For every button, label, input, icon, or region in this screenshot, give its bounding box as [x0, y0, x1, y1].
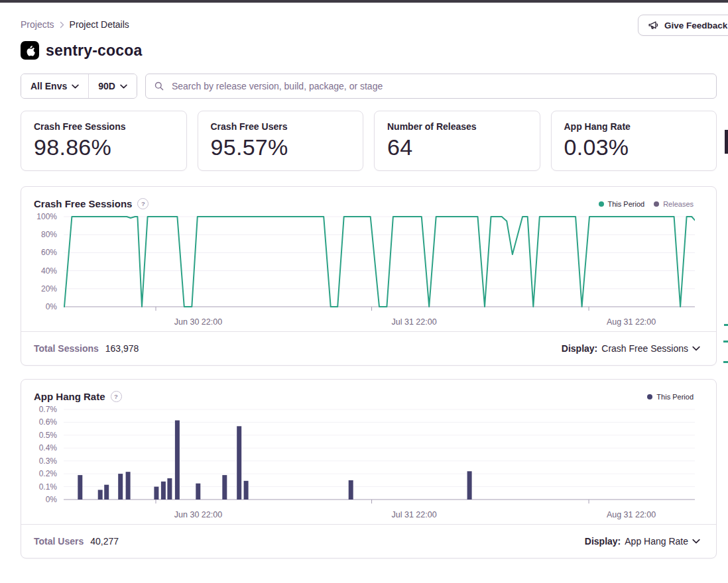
panel-title: App Hang Rate — [34, 391, 105, 402]
crash-free-sessions-panel: Crash Free Sessions ? This Period Releas… — [21, 186, 717, 366]
clipped-content-fragment — [725, 130, 728, 154]
bar-series-bar — [98, 490, 103, 500]
breadcrumb: Projects Project Details — [21, 19, 129, 30]
megaphone-icon — [648, 20, 659, 31]
panel-footer: Total Users 40,277 Display: App Hang Rat… — [21, 524, 716, 558]
breadcrumb-current-page: Project Details — [70, 19, 129, 30]
stat-card-app-hang-rate: App Hang Rate 0.03% — [551, 111, 717, 171]
bar-series-bar — [222, 475, 227, 500]
bar-series-bar — [467, 471, 472, 500]
y-tick-label: 0.2% — [39, 468, 57, 479]
bar-series-bar — [126, 472, 131, 500]
stats-row: Crash Free Sessions 98.86% Crash Free Us… — [21, 111, 717, 171]
bar-series-bar — [237, 426, 241, 500]
x-axis: Jun 30 22:00Jul 31 22:00Aug 31 22:00 — [64, 506, 716, 524]
legend-dot — [654, 201, 659, 207]
bar-series-bar — [104, 485, 109, 500]
legend-label: Releases — [663, 200, 694, 208]
bar-series-bar — [154, 487, 158, 500]
breadcrumb-projects-link[interactable]: Projects — [21, 19, 54, 30]
total-users-label: Total Users — [34, 536, 84, 547]
stat-card-crash-free-users: Crash Free Users 95.57% — [198, 111, 364, 171]
help-icon[interactable]: ? — [111, 391, 122, 402]
search-icon — [154, 81, 164, 91]
chevron-down-icon — [692, 539, 700, 544]
y-tick-label: 0% — [46, 301, 57, 312]
chevron-right-icon — [60, 21, 64, 28]
environment-selector[interactable]: All Envs — [21, 74, 88, 98]
bar-series-bar — [167, 478, 172, 500]
legend-label: This Period — [656, 393, 694, 401]
page-header: Projects Project Details Give Feedback — [21, 3, 717, 33]
date-range-label: 90D — [98, 81, 115, 91]
chart-legend: This Period — [647, 393, 694, 401]
total-users-value: 40,277 — [90, 536, 119, 547]
y-tick-label: 0.6% — [39, 417, 57, 427]
title-row: sentry-cocoa — [21, 40, 717, 61]
legend-item-this-period[interactable]: This Period — [599, 200, 645, 208]
legend-label: This Period — [608, 200, 645, 208]
y-tick-label: 20% — [41, 284, 57, 294]
display-value: Crash Free Sessions — [601, 343, 688, 354]
bar-series-bar — [118, 474, 123, 500]
clipped-content-fragment — [723, 341, 728, 343]
panel-header: App Hang Rate ? This Period — [21, 380, 716, 407]
x-tick-label: Jul 31 22:00 — [392, 510, 437, 519]
y-tick-label: 60% — [41, 247, 57, 258]
stat-value: 98.86% — [34, 134, 174, 160]
line-chart-plot-area[interactable] — [64, 214, 695, 313]
page-filter-group: All Envs 90D — [21, 74, 137, 99]
line-series — [64, 217, 695, 307]
give-feedback-button[interactable]: Give Feedback — [638, 15, 728, 36]
app-hang-rate-chart: 0.7%0.6%0.5%0.4%0.3%0.2%0.1%0% — [21, 407, 716, 506]
stat-value: 95.57% — [211, 134, 351, 160]
help-icon[interactable]: ? — [137, 198, 149, 209]
project-details-page: Projects Project Details Give Feedback s… — [21, 3, 717, 558]
y-axis: 0.7%0.6%0.5%0.4%0.3%0.2%0.1%0% — [21, 407, 64, 506]
stat-card-number-of-releases: Number of Releases 64 — [374, 111, 540, 171]
stat-label: App Hang Rate — [564, 121, 704, 132]
panel-header: Crash Free Sessions ? This Period Releas… — [21, 187, 716, 214]
display-metric-dropdown[interactable]: Display: Crash Free Sessions — [562, 343, 700, 354]
legend-dot — [599, 201, 604, 207]
y-tick-label: 0.3% — [39, 456, 57, 466]
display-metric-dropdown[interactable]: Display: App Hang Rate — [585, 536, 700, 547]
give-feedback-label: Give Feedback — [664, 21, 727, 30]
bar-chart-plot-area[interactable] — [64, 407, 695, 506]
bar-series-bar — [349, 480, 353, 500]
y-axis: 100%80%60%40%20%0% — [21, 214, 64, 313]
stat-label: Number of Releases — [387, 121, 527, 132]
y-tick-label: 0% — [46, 494, 57, 505]
panel-footer: Total Sessions 163,978 Display: Crash Fr… — [21, 331, 716, 365]
legend-dot — [647, 394, 652, 399]
x-tick-label: Jun 30 22:00 — [174, 510, 222, 519]
clipped-content-fragment — [723, 361, 728, 363]
chart-legend: This Period Releases — [599, 200, 694, 208]
y-tick-label: 0.4% — [39, 443, 57, 453]
app-hang-rate-panel: App Hang Rate ? This Period 0.7%0.6%0.5%… — [21, 379, 717, 558]
page-title: sentry-cocoa — [46, 42, 143, 60]
environment-label: All Envs — [30, 81, 67, 91]
y-tick-label: 0.7% — [39, 404, 57, 415]
apple-icon — [21, 41, 39, 60]
legend-item-this-period[interactable]: This Period — [647, 393, 694, 401]
y-tick-label: 0.1% — [39, 482, 57, 492]
legend-item-releases[interactable]: Releases — [654, 200, 694, 208]
bar-series-bar — [78, 475, 82, 500]
chevron-down-icon — [120, 84, 127, 89]
x-axis: Jun 30 22:00Jul 31 22:00Aug 31 22:00 — [64, 313, 716, 331]
stat-value: 64 — [387, 134, 527, 160]
date-range-selector[interactable]: 90D — [89, 74, 137, 98]
clipped-content-fragment — [724, 324, 728, 326]
y-tick-label: 0.5% — [39, 430, 57, 441]
release-search-input[interactable] — [170, 80, 708, 92]
bar-series-bar — [161, 482, 166, 500]
stat-card-crash-free-sessions: Crash Free Sessions 98.86% — [21, 111, 187, 171]
chevron-down-icon — [72, 84, 79, 89]
chevron-down-icon — [692, 346, 700, 351]
stat-label: Crash Free Sessions — [34, 121, 174, 132]
filter-bar: All Envs 90D — [21, 74, 717, 99]
x-tick-label: Jun 30 22:00 — [174, 317, 222, 327]
total-sessions-value: 163,978 — [105, 343, 139, 354]
y-tick-label: 40% — [41, 266, 57, 276]
